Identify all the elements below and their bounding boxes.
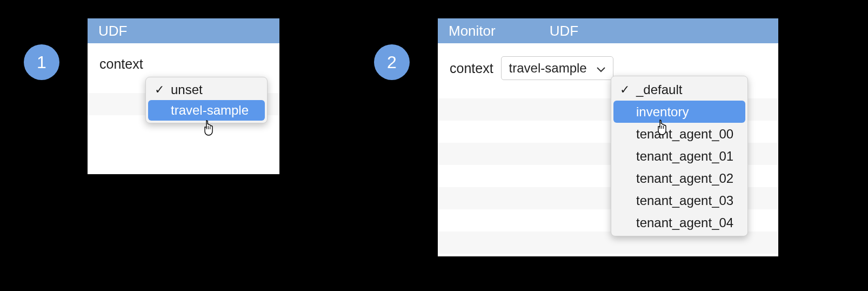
- dropdown-option-label: tenant_agent_03: [636, 193, 733, 208]
- panel-body: context travel-sample ✓ _default: [438, 43, 778, 256]
- dropdown-option-unset[interactable]: ✓ unset: [148, 80, 265, 100]
- panel-step-2: Monitor UDF context travel-sample: [438, 18, 778, 256]
- context-label: context: [99, 56, 143, 72]
- chevron-down-icon: [597, 61, 605, 76]
- dropdown-option-label: tenant_agent_00: [636, 127, 733, 142]
- select-value: travel-sample: [509, 61, 587, 76]
- dropdown-option-label: unset: [171, 82, 203, 97]
- dropdown-option-label: tenant_agent_04: [636, 215, 733, 230]
- step-badge-2: 2: [374, 44, 410, 80]
- tab-udf[interactable]: UDF: [88, 18, 138, 43]
- tab-label: UDF: [98, 23, 127, 39]
- tab-label: Monitor: [449, 23, 496, 39]
- dropdown-option-default[interactable]: ✓ _default: [613, 78, 745, 101]
- context-label: context: [450, 61, 493, 76]
- dropdown-option-travel-sample[interactable]: travel-sample: [148, 100, 265, 121]
- dropdown-option-tenant-agent-02[interactable]: tenant_agent_02: [613, 167, 745, 189]
- check-icon: ✓: [619, 83, 631, 97]
- dropdown-option-label: tenant_agent_02: [636, 171, 733, 186]
- dropdown-option-tenant-agent-03[interactable]: tenant_agent_03: [613, 189, 745, 211]
- step-badge-1: 1: [24, 44, 59, 80]
- step-number: 1: [37, 52, 46, 72]
- panel-step-1: UDF context ✓ unset travel-sample: [88, 18, 279, 174]
- panel-header: UDF: [88, 18, 279, 43]
- dropdown-option-label: tenant_agent_01: [636, 149, 733, 164]
- tab-label: UDF: [550, 23, 578, 39]
- tab-monitor[interactable]: Monitor: [438, 18, 506, 43]
- context-bucket-dropdown: ✓ unset travel-sample: [145, 77, 268, 123]
- step-number: 2: [387, 52, 397, 72]
- context-scope-dropdown: ✓ _default inventory tenant_agent_00 ten…: [611, 76, 748, 236]
- dropdown-option-label: _default: [636, 82, 682, 97]
- dropdown-option-label: inventory: [636, 104, 689, 120]
- dropdown-option-tenant-agent-00[interactable]: tenant_agent_00: [613, 123, 745, 145]
- bucket-select[interactable]: travel-sample: [501, 56, 613, 80]
- dropdown-option-tenant-agent-01[interactable]: tenant_agent_01: [613, 145, 745, 167]
- dropdown-option-tenant-agent-04[interactable]: tenant_agent_04: [613, 211, 745, 234]
- dropdown-option-inventory[interactable]: inventory: [613, 101, 745, 123]
- tab-udf[interactable]: UDF: [539, 18, 589, 43]
- panel-body: context ✓ unset travel-sample: [88, 43, 279, 174]
- check-icon: ✓: [153, 83, 165, 97]
- dropdown-option-label: travel-sample: [171, 103, 249, 118]
- panel-header: Monitor UDF: [438, 18, 778, 43]
